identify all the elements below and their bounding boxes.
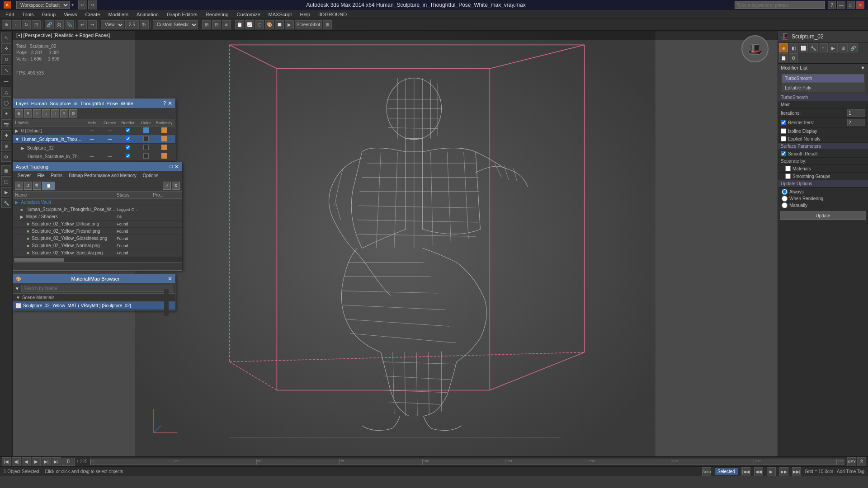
minimize-btn[interactable]: — — [837, 1, 845, 9]
layer-tb-btn7[interactable]: ⚙ — [69, 109, 77, 117]
modifier-list-expand[interactable]: ▼ — [860, 65, 865, 70]
menu-tools[interactable]: Tools — [19, 11, 38, 18]
material-panel-title[interactable]: 🎨 Material/Map Browser ✕ — [13, 274, 175, 283]
modifier-turbsmooth[interactable]: TurboSmooth — [782, 74, 864, 83]
asset-row-max-file[interactable]: ■ Human_Sculpture_in_Thoughtful_Pose_Whi… — [13, 206, 182, 213]
materials-checkbox[interactable] — [785, 166, 791, 171]
render-setup-btn[interactable]: 🔲 — [275, 20, 284, 29]
rp-icon8[interactable]: 🔗 — [849, 43, 858, 52]
render-btn[interactable]: ▶ — [285, 20, 294, 29]
layer-tb-btn6[interactable]: ≡ — [60, 109, 68, 117]
explicit-checkbox[interactable] — [781, 136, 786, 141]
menu-group[interactable]: Group — [38, 11, 60, 18]
layer-tb-btn2[interactable]: ✕ — [24, 109, 32, 117]
layer-panel-title[interactable]: Layer: Human_Sculpture_in_Thoughtful_Pos… — [13, 99, 175, 108]
material-search-input[interactable] — [21, 285, 173, 292]
when-render-radio[interactable] — [782, 196, 788, 202]
material-editor-btn[interactable]: 🎨 — [265, 20, 274, 29]
lt-mod-btn[interactable]: ▦ — [1, 165, 11, 175]
lt-geo-btn[interactable]: △ — [1, 87, 11, 97]
surface-params-section[interactable]: Surface Parameters — [778, 143, 868, 150]
viewport-area[interactable]: [+] [Perspective] [Realistic + Edged Fac… — [13, 31, 778, 456]
asset-row-glossiness[interactable]: ■ Sculpture_02_Yellow_Glossiness.png Fou… — [13, 235, 182, 242]
search-input[interactable] — [735, 1, 825, 9]
asset-panel-close[interactable]: ✕ — [175, 164, 179, 170]
menu-views[interactable]: Views — [60, 11, 80, 18]
asset-row-vault[interactable]: ▶ Autodesk Vault — [13, 199, 182, 206]
close-btn[interactable]: ✕ — [856, 1, 864, 9]
rp-icon5[interactable]: ≡ — [819, 43, 828, 52]
rp-icon9[interactable]: 📋 — [779, 53, 788, 62]
menu-animation[interactable]: Animation — [133, 11, 162, 18]
timeline-track[interactable]: 0 25 50 75 100 125 150 175 200 225 — [90, 459, 844, 465]
render-iters-checkbox[interactable] — [781, 120, 786, 125]
render-iters-input[interactable] — [847, 119, 865, 126]
status-btn1[interactable]: Auto — [702, 467, 711, 476]
lt-select-btn[interactable]: ↖ — [1, 33, 11, 42]
timeline-prev-key-btn[interactable]: ◀| — [12, 457, 21, 466]
scale-btn[interactable]: ⊡ — [32, 20, 41, 29]
asset-row-diffuse[interactable]: ■ Sculpture_02_Yellow_Diffuse.png Found — [13, 221, 182, 228]
asset-panel-maximize[interactable]: □ — [170, 164, 173, 170]
lt-sys-btn[interactable]: ⚙ — [1, 152, 11, 162]
asset-row-maps[interactable]: ▶ Maps / Shaders Ok — [13, 213, 182, 221]
asset-panel-title[interactable]: Asset Tracking — □ ✕ — [13, 162, 182, 171]
status-btn4[interactable]: ▶ — [767, 467, 776, 476]
rp-icon7[interactable]: ⊞ — [839, 43, 848, 52]
layer-tb-btn5[interactable]: ↑ — [51, 109, 59, 117]
timeline-prev-btn[interactable]: ◀ — [22, 457, 31, 466]
lt-motion-btn[interactable]: ▶ — [1, 187, 11, 197]
asset-row-specular[interactable]: ■ Sculpture_02_Yellow_Specular.png Found — [13, 249, 182, 257]
asset-tb2[interactable]: ↺ — [24, 182, 32, 190]
bind-btn[interactable]: 📎 — [65, 20, 74, 29]
layer-mgr-btn[interactable]: 📋 — [235, 20, 244, 29]
zoom-btn[interactable]: 2.5 — [125, 20, 139, 29]
menu-edit[interactable]: Edit — [2, 11, 18, 18]
schematic-btn[interactable]: ⬡ — [255, 20, 264, 29]
unlink-btn[interactable]: ⛓ — [55, 20, 64, 29]
layer-row-default[interactable]: ▶ 0 (Default) — — — [13, 127, 175, 135]
menu-customize[interactable]: Customize — [233, 11, 264, 18]
update-button[interactable]: Update — [780, 211, 866, 220]
activeShade-btn[interactable]: ScreenShot — [295, 20, 322, 29]
layer-tb-btn3[interactable]: + — [33, 109, 41, 117]
menu-rendering[interactable]: Rendering — [202, 11, 232, 18]
turbsmooth-section-main[interactable]: TurboSmooth — [778, 94, 868, 101]
asset-hscrollbar[interactable] — [13, 257, 182, 262]
layer-tb-btn4[interactable]: ↓ — [42, 109, 50, 117]
asset-menu-file[interactable]: File — [34, 172, 47, 179]
lt-disp-btn[interactable]: ◫ — [1, 176, 11, 186]
status-btn3[interactable]: ◀◀ — [754, 467, 763, 476]
lt-move-btn[interactable]: ✛ — [1, 43, 11, 53]
isoline-checkbox[interactable] — [781, 128, 786, 134]
always-radio[interactable] — [782, 189, 788, 195]
rp-icon1[interactable]: ■ — [779, 43, 788, 52]
mirror-btn[interactable]: ⊞ — [202, 20, 211, 29]
select-btn[interactable]: ⊕ — [2, 20, 11, 29]
asset-menu-options[interactable]: Options — [140, 172, 161, 179]
asset-tb3[interactable]: 🔍 — [33, 182, 41, 190]
lt-rotate-btn[interactable]: ↻ — [1, 54, 11, 64]
status-btn5[interactable]: ▶▶ — [779, 467, 788, 476]
timeline-start-btn[interactable]: |◀ — [2, 457, 11, 466]
array-btn[interactable]: ⊟ — [212, 20, 221, 29]
redo-scene-btn[interactable]: ↪ — [88, 20, 97, 29]
undo-scene-btn[interactable]: ↩ — [78, 20, 87, 29]
timeline-end-btn[interactable]: ▶| — [52, 457, 61, 466]
view-selector[interactable]: View — [101, 20, 124, 29]
asset-tb1[interactable]: ⊕ — [15, 182, 23, 190]
material-section-header[interactable]: ▼ Scene Materials — [13, 294, 175, 302]
update-options-section[interactable]: Update Options — [778, 180, 868, 188]
status-btn6[interactable]: ▶▶| — [792, 467, 801, 476]
asset-menu-server[interactable]: Server — [15, 172, 33, 179]
link-btn[interactable]: 🔗 — [45, 20, 54, 29]
modifier-editable-poly[interactable]: Editable Poly — [782, 84, 864, 92]
asset-menu-bitmap[interactable]: Bitmap Performance and Memory — [66, 172, 139, 179]
material-item[interactable]: ⬜ Sculpture_02_Yellow_MAT ( VRayMtl ) [S… — [13, 302, 175, 310]
undo-btn[interactable]: ↩ — [78, 0, 87, 9]
asset-row-fresnel[interactable]: ■ Sculpture_02_Yellow_Fresnel.png Found — [13, 228, 182, 235]
selection-dropdown[interactable]: Custom Selection — [153, 20, 198, 29]
rp-icon6[interactable]: ▶ — [829, 43, 838, 52]
status-btn2[interactable]: |◀◀ — [741, 467, 750, 476]
maximize-btn[interactable]: □ — [847, 1, 855, 9]
